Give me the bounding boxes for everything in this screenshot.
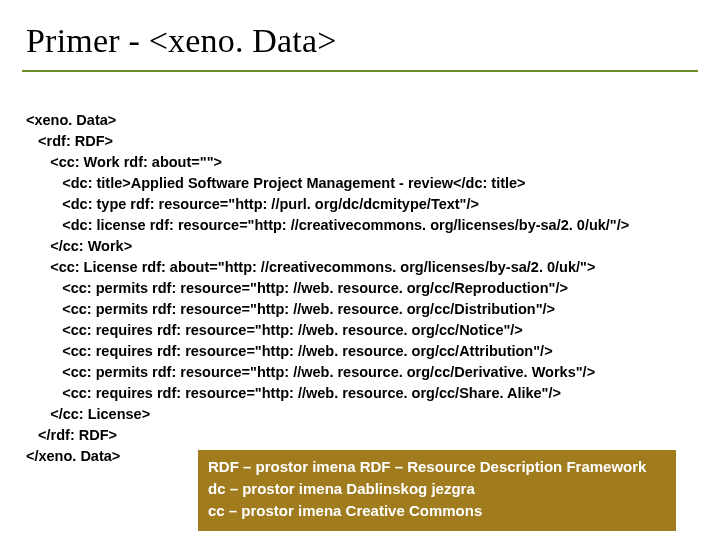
code-block: <xeno. Data> <rdf: RDF> <cc: Work rdf: a… — [22, 110, 698, 467]
slide: Primer - <xeno. Data> <xeno. Data> <rdf:… — [0, 0, 720, 540]
page-title: Primer - <xeno. Data> — [26, 22, 698, 60]
title-wrap: Primer - <xeno. Data> — [22, 8, 698, 72]
legend-box: RDF – prostor imena RDF – Resource Descr… — [198, 450, 676, 531]
legend-line-dc: dc – prostor imena Dablinskog jezgra — [208, 478, 666, 500]
legend-line-cc: cc – prostor imena Creative Commons — [208, 500, 666, 522]
legend-line-rdf: RDF – prostor imena RDF – Resource Descr… — [208, 456, 666, 478]
